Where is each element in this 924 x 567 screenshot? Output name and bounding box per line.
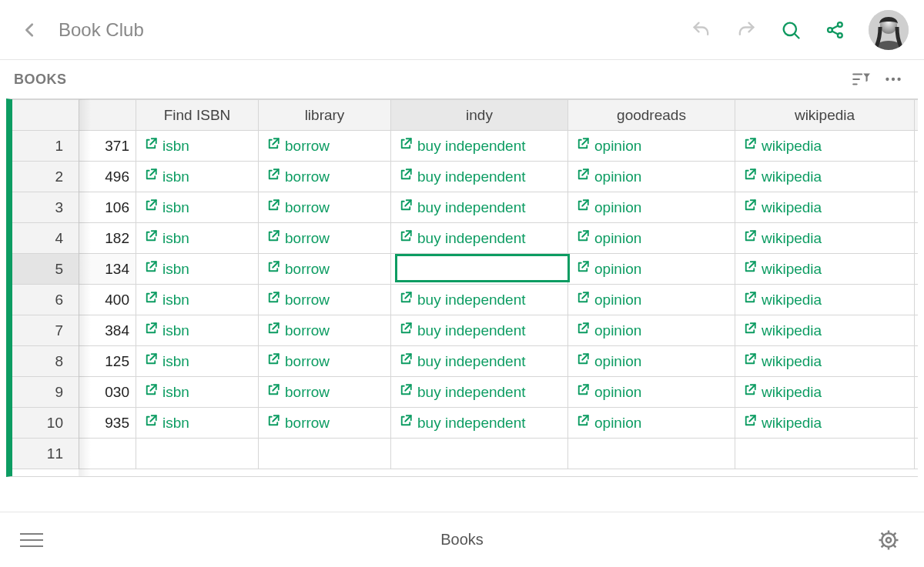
corner-cell[interactable] bbox=[12, 100, 79, 131]
wikipedia-link[interactable]: wikipedia bbox=[743, 260, 822, 278]
cell-partial[interactable]: 182 bbox=[79, 223, 136, 254]
cell-library[interactable]: borrow bbox=[259, 254, 391, 285]
cell-indy[interactable]: buy independent bbox=[391, 131, 568, 162]
cell-library[interactable] bbox=[259, 439, 391, 469]
isbn-link[interactable]: isbn bbox=[144, 322, 189, 339]
borrow-link[interactable]: borrow bbox=[266, 229, 330, 247]
table-row[interactable]: 6400isbnborrowbuy independentopinionwiki… bbox=[12, 285, 919, 315]
cell-library[interactable]: borrow bbox=[259, 131, 391, 162]
cell-extra[interactable] bbox=[915, 254, 919, 285]
isbn-link[interactable]: isbn bbox=[144, 383, 189, 401]
cell-goodreads[interactable] bbox=[568, 439, 735, 469]
cell-extra[interactable] bbox=[915, 285, 919, 315]
isbn-link[interactable]: isbn bbox=[144, 168, 189, 185]
cell-library[interactable]: borrow bbox=[259, 192, 391, 223]
cell-partial[interactable]: 106 bbox=[79, 192, 136, 223]
borrow-link[interactable]: borrow bbox=[266, 352, 330, 370]
buy-independent-link[interactable]: buy independent bbox=[399, 198, 526, 216]
cell-isbn[interactable]: isbn bbox=[136, 408, 259, 439]
settings-button[interactable] bbox=[873, 525, 904, 555]
cell-extra[interactable] bbox=[915, 439, 919, 469]
share-button[interactable] bbox=[818, 12, 853, 48]
row-number[interactable]: 4 bbox=[12, 223, 79, 254]
cell-isbn[interactable]: isbn bbox=[136, 315, 259, 346]
cell-library[interactable]: borrow bbox=[259, 162, 391, 192]
redo-button[interactable] bbox=[728, 12, 764, 48]
cell-wikipedia[interactable]: wikipedia bbox=[735, 408, 915, 439]
cell-indy[interactable]: buy independent bbox=[391, 162, 568, 192]
cell-isbn[interactable]: isbn bbox=[136, 377, 259, 408]
cell-isbn[interactable]: isbn bbox=[136, 223, 259, 254]
opinion-link[interactable]: opinion bbox=[576, 198, 641, 216]
wikipedia-link[interactable]: wikipedia bbox=[743, 291, 822, 309]
cell-isbn[interactable]: isbn bbox=[136, 192, 259, 223]
search-button[interactable] bbox=[773, 12, 808, 48]
cell-library[interactable]: borrow bbox=[259, 223, 391, 254]
borrow-link[interactable]: borrow bbox=[266, 137, 330, 155]
wikipedia-link[interactable]: wikipedia bbox=[743, 168, 822, 185]
opinion-link[interactable]: opinion bbox=[576, 137, 641, 155]
cell-extra[interactable] bbox=[915, 346, 919, 377]
cell-indy[interactable]: buy independent bbox=[391, 377, 568, 408]
cell-goodreads[interactable]: opinion bbox=[568, 285, 735, 315]
opinion-link[interactable]: opinion bbox=[576, 322, 641, 339]
table-row[interactable]: 3106isbnborrowbuy independentopinionwiki… bbox=[12, 192, 919, 223]
table-row[interactable]: 2496isbnborrowbuy independentopinionwiki… bbox=[12, 162, 919, 192]
sheet-tab-name[interactable]: Books bbox=[51, 531, 873, 549]
cell-wikipedia[interactable]: wikipedia bbox=[735, 223, 915, 254]
isbn-link[interactable]: isbn bbox=[144, 291, 189, 309]
cell-goodreads[interactable]: opinion bbox=[568, 377, 735, 408]
cell-partial[interactable]: 496 bbox=[79, 162, 136, 192]
cell-isbn[interactable]: isbn bbox=[136, 162, 259, 192]
row-number[interactable]: 9 bbox=[12, 377, 79, 408]
cell-goodreads[interactable]: opinion bbox=[568, 408, 735, 439]
cell-wikipedia[interactable]: wikipedia bbox=[735, 254, 915, 285]
borrow-link[interactable]: borrow bbox=[266, 383, 330, 401]
row-number[interactable]: 7 bbox=[12, 315, 79, 346]
opinion-link[interactable]: opinion bbox=[576, 414, 641, 432]
borrow-link[interactable]: borrow bbox=[266, 322, 330, 339]
column-header-find-isbn[interactable]: Find ISBN bbox=[136, 100, 259, 131]
wikipedia-link[interactable]: wikipedia bbox=[743, 137, 822, 155]
menu-button[interactable] bbox=[20, 525, 51, 555]
cell-goodreads[interactable]: opinion bbox=[568, 192, 735, 223]
cell-wikipedia[interactable]: wikipedia bbox=[735, 162, 915, 192]
cell-partial[interactable]: 134 bbox=[79, 254, 136, 285]
cell-partial[interactable]: 030 bbox=[79, 377, 136, 408]
cell-goodreads[interactable]: opinion bbox=[568, 315, 735, 346]
borrow-link[interactable]: borrow bbox=[266, 168, 330, 185]
wikipedia-link[interactable]: wikipedia bbox=[743, 414, 822, 432]
cell-indy[interactable]: buy independent bbox=[391, 315, 568, 346]
buy-independent-link[interactable]: buy independent bbox=[399, 137, 526, 155]
opinion-link[interactable]: opinion bbox=[576, 383, 641, 401]
table-row[interactable]: 7384isbnborrowbuy independentopinionwiki… bbox=[12, 315, 919, 346]
cell-extra[interactable] bbox=[915, 223, 919, 254]
cell-partial[interactable]: 400 bbox=[79, 285, 136, 315]
table-row[interactable]: 5134isbnborrowopinionwikipedia bbox=[12, 254, 919, 285]
cell-indy[interactable]: buy independent bbox=[391, 346, 568, 377]
cell-indy[interactable]: buy independent bbox=[391, 285, 568, 315]
wikipedia-link[interactable]: wikipedia bbox=[743, 383, 822, 401]
cell-isbn[interactable] bbox=[136, 439, 259, 469]
column-header-indy[interactable]: indy bbox=[391, 100, 568, 131]
table-row[interactable]: 4182isbnborrowbuy independentopinionwiki… bbox=[12, 223, 919, 254]
table-row[interactable]: 1371isbnborrowbuy independentopinionwiki… bbox=[12, 131, 919, 162]
borrow-link[interactable]: borrow bbox=[266, 414, 330, 432]
cell-library[interactable]: borrow bbox=[259, 285, 391, 315]
buy-independent-link[interactable]: buy independent bbox=[399, 168, 526, 185]
cell-wikipedia[interactable]: wikipedia bbox=[735, 315, 915, 346]
wikipedia-link[interactable]: wikipedia bbox=[743, 198, 822, 216]
row-number[interactable]: 3 bbox=[12, 192, 79, 223]
table-row[interactable]: 10935isbnborrowbuy independentopinionwik… bbox=[12, 408, 919, 439]
wikipedia-link[interactable]: wikipedia bbox=[743, 322, 822, 339]
wikipedia-link[interactable]: wikipedia bbox=[743, 352, 822, 370]
cell-indy[interactable]: buy independent bbox=[391, 408, 568, 439]
isbn-link[interactable]: isbn bbox=[144, 352, 189, 370]
cell-extra[interactable] bbox=[915, 131, 919, 162]
cell-library[interactable]: borrow bbox=[259, 377, 391, 408]
cell-library[interactable]: borrow bbox=[259, 315, 391, 346]
cell-goodreads[interactable]: opinion bbox=[568, 254, 735, 285]
cell-isbn[interactable]: isbn bbox=[136, 131, 259, 162]
cell-partial[interactable]: 935 bbox=[79, 408, 136, 439]
opinion-link[interactable]: opinion bbox=[576, 352, 641, 370]
